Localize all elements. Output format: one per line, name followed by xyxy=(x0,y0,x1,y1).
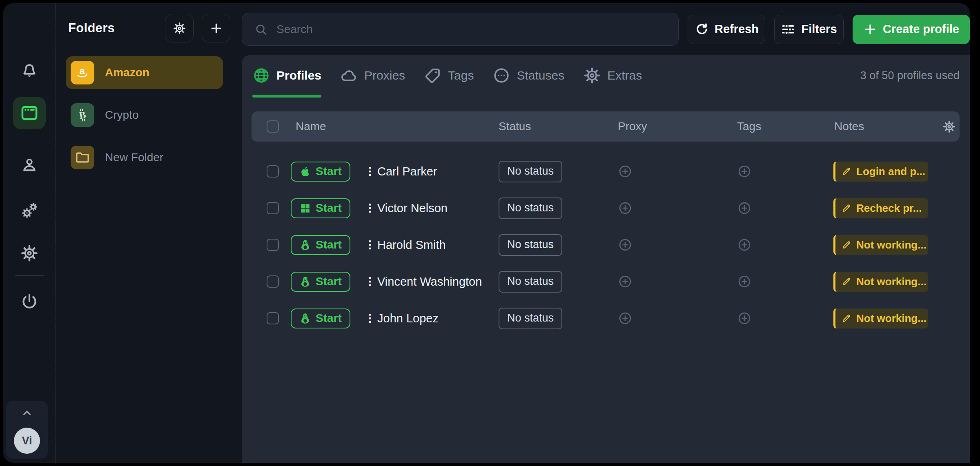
status-badge[interactable]: No status xyxy=(499,271,562,293)
note-text: Login and p... xyxy=(856,165,925,178)
folder-item-amazon[interactable]: Amazon xyxy=(66,56,223,89)
status-badge[interactable]: No status xyxy=(499,308,562,329)
add-proxy-icon[interactable] xyxy=(618,311,733,326)
logout-power-icon[interactable] xyxy=(20,292,39,311)
status-badge[interactable]: No status xyxy=(499,197,562,219)
profile-name: Victor Nelson xyxy=(377,202,494,215)
tab-proxies[interactable]: Proxies xyxy=(340,55,405,96)
row-checkbox[interactable] xyxy=(267,239,279,251)
add-tag-icon[interactable] xyxy=(737,274,831,289)
pencil-icon xyxy=(841,166,852,177)
os-linux-icon xyxy=(299,276,311,288)
tab-tags[interactable]: Tags xyxy=(424,55,474,96)
row-checkbox[interactable] xyxy=(267,202,279,214)
start-label: Start xyxy=(316,202,342,215)
plus-icon xyxy=(863,22,877,36)
row-checkbox[interactable] xyxy=(267,165,279,178)
gear-icon xyxy=(173,22,186,35)
filters-button[interactable]: Filters xyxy=(774,15,844,44)
topbar: Refresh Filters Create profile xyxy=(238,3,970,55)
status-badge[interactable]: No status xyxy=(499,161,562,182)
add-tag-icon[interactable] xyxy=(737,164,831,179)
folders-title: Folders xyxy=(68,21,157,36)
gear-icon xyxy=(583,67,601,84)
column-header-notes: Notes xyxy=(831,120,939,133)
sidebar-item-automation[interactable] xyxy=(20,201,39,220)
filters-icon xyxy=(781,22,795,37)
row-checkbox[interactable] xyxy=(267,275,279,288)
note-text: Not working... xyxy=(856,312,927,325)
row-menu-kebab-icon[interactable] xyxy=(363,275,377,288)
add-tag-icon[interactable] xyxy=(737,201,831,215)
column-header-status: Status xyxy=(494,120,614,133)
folder-item-new-folder[interactable]: New Folder xyxy=(66,141,223,174)
add-folder-button[interactable] xyxy=(202,14,230,42)
avatar[interactable]: Vi xyxy=(14,428,40,454)
start-profile-button[interactable]: Start xyxy=(291,235,350,255)
create-profile-label: Create profile xyxy=(883,22,959,36)
sidebar-item-settings[interactable] xyxy=(20,244,38,262)
os-apple-icon xyxy=(299,166,311,178)
rail-divider xyxy=(15,275,44,276)
sidebar-item-profiles[interactable] xyxy=(13,97,46,129)
add-proxy-icon[interactable] xyxy=(618,274,733,289)
add-proxy-icon[interactable] xyxy=(618,201,733,215)
column-header-proxy: Proxy xyxy=(614,120,733,133)
start-profile-button[interactable]: Start xyxy=(291,162,350,182)
start-profile-button[interactable]: Start xyxy=(291,308,350,328)
add-proxy-icon[interactable] xyxy=(618,164,733,179)
note-text: Not working... xyxy=(856,275,927,288)
tab-profiles[interactable]: Profiles xyxy=(252,55,321,96)
start-profile-button[interactable]: Start xyxy=(291,198,350,218)
folder-label: New Folder xyxy=(105,151,163,164)
create-profile-button[interactable]: Create profile xyxy=(853,15,970,44)
note-badge[interactable]: Login and p... xyxy=(833,162,928,182)
folder-label: Crypto xyxy=(105,109,138,122)
tab-label: Proxies xyxy=(364,69,405,82)
table-settings-gear-icon[interactable] xyxy=(939,120,960,133)
note-text: Not working... xyxy=(856,239,927,251)
add-tag-icon[interactable] xyxy=(737,237,831,252)
folder-item-crypto[interactable]: Crypto xyxy=(66,99,223,131)
tab-statuses[interactable]: Statuses xyxy=(492,55,564,96)
profile-name: Vincent Washington xyxy=(377,275,494,288)
table-row: Start Victor Nelson No status Recheck pr… xyxy=(252,190,960,226)
folder-icon xyxy=(71,146,94,169)
start-label: Start xyxy=(316,312,342,325)
browser-windows-icon xyxy=(19,103,40,123)
note-badge[interactable]: Recheck pr... xyxy=(833,198,928,218)
tab-extras[interactable]: Extras xyxy=(583,55,642,96)
content-panel: Profiles Proxies Tags Statuses Ex xyxy=(242,55,970,463)
profile-name: Carl Parker xyxy=(377,165,494,178)
search-container xyxy=(242,13,679,46)
notifications-bell-icon[interactable] xyxy=(20,62,39,80)
row-menu-kebab-icon[interactable] xyxy=(363,165,377,178)
os-linux-icon xyxy=(299,313,311,324)
start-profile-button[interactable]: Start xyxy=(291,272,350,292)
note-badge[interactable]: Not working... xyxy=(833,272,928,292)
tag-icon xyxy=(424,67,442,84)
folders-settings-button[interactable] xyxy=(165,14,194,42)
automation-gears-icon xyxy=(20,201,39,220)
row-checkbox[interactable] xyxy=(267,312,279,324)
sidebar-item-account[interactable] xyxy=(20,156,39,175)
search-input[interactable] xyxy=(242,13,679,46)
search-icon xyxy=(254,22,268,36)
user-menu: Vi xyxy=(6,401,48,459)
statuses-icon xyxy=(492,67,510,84)
row-menu-kebab-icon[interactable] xyxy=(363,312,377,324)
row-menu-kebab-icon[interactable] xyxy=(363,202,377,214)
note-badge[interactable]: Not working... xyxy=(833,308,928,328)
note-badge[interactable]: Not working... xyxy=(833,235,928,255)
add-proxy-icon[interactable] xyxy=(618,237,733,252)
table-row: Start Carl Parker No status Login and p.… xyxy=(252,153,960,190)
tab-label: Profiles xyxy=(276,69,321,82)
add-tag-icon[interactable] xyxy=(737,311,831,326)
bitcoin-icon xyxy=(71,103,94,127)
chevron-up-icon[interactable] xyxy=(20,406,33,419)
refresh-button[interactable]: Refresh xyxy=(688,15,765,44)
select-all-checkbox[interactable] xyxy=(267,120,279,133)
status-badge[interactable]: No status xyxy=(499,234,562,256)
row-menu-kebab-icon[interactable] xyxy=(363,239,377,251)
column-header-name: Name xyxy=(291,120,494,133)
